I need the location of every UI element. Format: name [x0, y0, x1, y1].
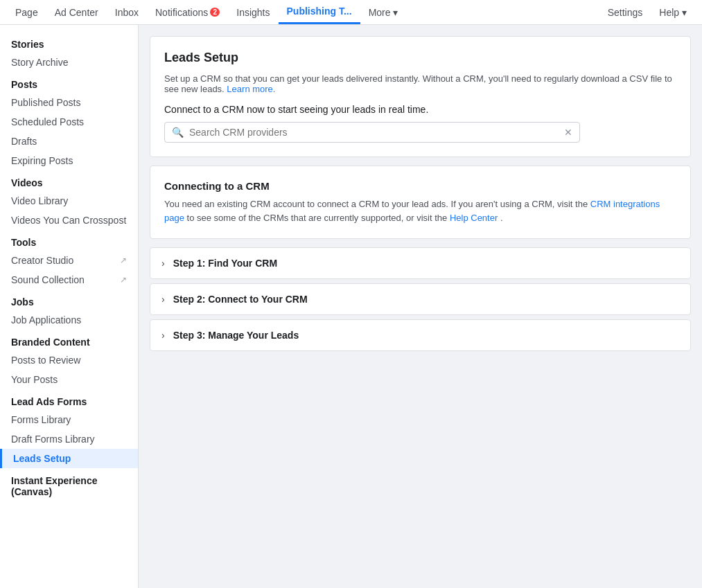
- chevron-right-icon: ›: [161, 294, 165, 305]
- clear-search-icon[interactable]: ✕: [564, 127, 572, 138]
- connect-text: Connect to a CRM now to start seeing you…: [164, 104, 676, 115]
- help-center-link[interactable]: Help Center: [450, 213, 498, 223]
- top-navigation: Page Ad Center Inbox Notifications 2 Ins…: [0, 0, 702, 25]
- nav-more[interactable]: More ▾: [360, 0, 407, 24]
- external-link-icon: ↗: [120, 275, 127, 285]
- sidebar-item-scheduled-posts[interactable]: Scheduled Posts: [0, 112, 138, 132]
- sidebar-section-posts: Posts: [0, 72, 138, 93]
- nav-help[interactable]: Help ▾: [651, 7, 695, 18]
- learn-more-link[interactable]: Learn more.: [227, 84, 275, 94]
- sidebar: Stories Story Archive Posts Published Po…: [0, 25, 139, 588]
- step-1-label: Step 1: Find Your CRM: [173, 258, 277, 269]
- nav-insights[interactable]: Insights: [228, 0, 278, 24]
- main-layout: Stories Story Archive Posts Published Po…: [0, 25, 702, 588]
- step-1-item[interactable]: › Step 1: Find Your CRM: [150, 247, 691, 279]
- sidebar-section-videos: Videos: [0, 170, 138, 191]
- leads-setup-description: Set up a CRM so that you can get your le…: [164, 73, 676, 94]
- step-3-label: Step 3: Manage Your Leads: [173, 330, 299, 341]
- connecting-crm-card: Connecting to a CRM You need an existing…: [150, 166, 691, 239]
- sidebar-item-posts-to-review[interactable]: Posts to Review: [0, 350, 138, 370]
- step-2-label: Step 2: Connect to Your CRM: [173, 294, 308, 305]
- crm-search-box[interactable]: 🔍 ✕: [164, 122, 580, 143]
- step-2-item[interactable]: › Step 2: Connect to Your CRM: [150, 283, 691, 315]
- sidebar-item-video-library[interactable]: Video Library: [0, 191, 138, 211]
- connecting-crm-text: You need an existing CRM account to conn…: [164, 197, 676, 224]
- leads-setup-card: Leads Setup Set up a CRM so that you can…: [150, 36, 691, 157]
- sidebar-section-branded-content: Branded Content: [0, 330, 138, 350]
- nav-publishing-tools[interactable]: Publishing T...: [279, 0, 360, 24]
- main-content: Leads Setup Set up a CRM so that you can…: [139, 25, 702, 588]
- sidebar-item-published-posts[interactable]: Published Posts: [0, 93, 138, 112]
- external-link-icon: ↗: [120, 256, 127, 265]
- sidebar-item-your-posts[interactable]: Your Posts: [0, 370, 138, 389]
- sidebar-item-crosspost-videos[interactable]: Videos You Can Crosspost: [0, 211, 138, 230]
- crm-search-input[interactable]: [189, 127, 564, 138]
- sidebar-section-jobs: Jobs: [0, 289, 138, 310]
- sidebar-item-job-applications[interactable]: Job Applications: [0, 310, 138, 330]
- nav-page[interactable]: Page: [7, 0, 46, 24]
- leads-setup-title: Leads Setup: [164, 51, 676, 65]
- nav-inbox[interactable]: Inbox: [107, 0, 147, 24]
- sidebar-section-instant-experience: Instant Experience (Canvas): [0, 468, 138, 500]
- chevron-right-icon: ›: [161, 258, 165, 269]
- connecting-crm-title: Connecting to a CRM: [164, 180, 676, 192]
- sidebar-item-draft-forms-library[interactable]: Draft Forms Library: [0, 429, 138, 449]
- notifications-badge: 2: [210, 8, 220, 17]
- nav-settings[interactable]: Settings: [599, 7, 651, 18]
- chevron-right-icon: ›: [161, 330, 165, 341]
- sidebar-item-leads-setup[interactable]: Leads Setup: [0, 449, 138, 468]
- search-icon: 🔍: [172, 127, 184, 138]
- sidebar-item-story-archive[interactable]: Story Archive: [0, 53, 138, 72]
- sidebar-item-drafts[interactable]: Drafts: [0, 132, 138, 151]
- sidebar-item-expiring-posts[interactable]: Expiring Posts: [0, 151, 138, 170]
- sidebar-section-lead-ads-forms: Lead Ads Forms: [0, 389, 138, 410]
- nav-notifications[interactable]: Notifications 2: [147, 0, 228, 24]
- sidebar-item-sound-collection[interactable]: Sound Collection ↗: [0, 270, 138, 289]
- nav-ad-center[interactable]: Ad Center: [46, 0, 107, 24]
- step-3-item[interactable]: › Step 3: Manage Your Leads: [150, 319, 691, 351]
- sidebar-section-tools: Tools: [0, 230, 138, 251]
- sidebar-section-stories: Stories: [0, 32, 138, 53]
- sidebar-item-creator-studio[interactable]: Creator Studio ↗: [0, 251, 138, 270]
- sidebar-item-forms-library[interactable]: Forms Library: [0, 410, 138, 429]
